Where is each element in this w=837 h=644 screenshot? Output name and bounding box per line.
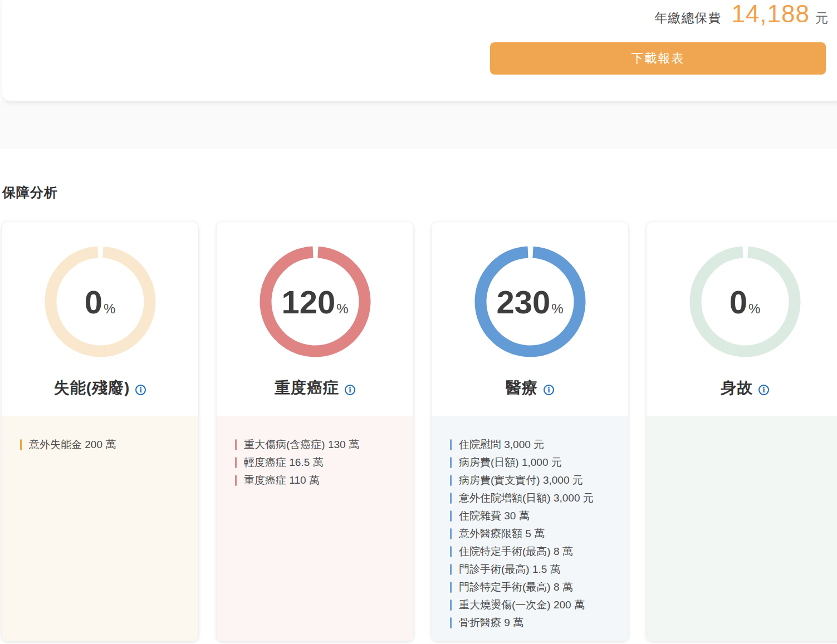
benefit-text: 意外醫療限額 5 萬 bbox=[459, 527, 545, 541]
benefit-item: 意外醫療限額 5 萬 bbox=[450, 525, 619, 543]
benefit-text: 重大傷病(含癌症) 130 萬 bbox=[244, 437, 359, 452]
card-label-row: 失能(殘廢) i bbox=[54, 377, 146, 399]
coverage-percentage-value: 230 bbox=[496, 283, 550, 321]
download-report-button[interactable]: 下載報表 bbox=[490, 42, 826, 75]
card-benefits: 住院慰問 3,000 元病房費(日額) 1,000 元病房費(實支實付) 3,0… bbox=[432, 416, 628, 641]
benefit-list: 意外失能金 200 萬 bbox=[20, 436, 189, 454]
benefit-item: 重度癌症 110 萬 bbox=[235, 471, 404, 489]
coverage-donut: 0 % bbox=[689, 246, 801, 357]
benefit-text: 重度癌症 110 萬 bbox=[244, 473, 320, 488]
card-gauge-area: 0 % 失能(殘廢) i bbox=[2, 222, 198, 416]
percent-sign: % bbox=[748, 301, 760, 317]
benefit-item: 重大燒燙傷(一次金) 200 萬 bbox=[450, 596, 619, 614]
benefit-item: 住院特定手術(最高) 8 萬 bbox=[450, 543, 619, 561]
benefit-accent-bar bbox=[235, 439, 237, 450]
benefit-accent-bar bbox=[450, 599, 452, 611]
benefit-accent-bar bbox=[450, 617, 452, 628]
coverage-analysis-section: 保障分析 0 % 失能(殘廢) i 意外失能金 200 萬 bbox=[0, 149, 837, 641]
benefit-text: 輕度癌症 16.5 萬 bbox=[244, 455, 324, 470]
benefit-item: 意外失能金 200 萬 bbox=[20, 436, 189, 454]
benefit-text: 住院特定手術(最高) 8 萬 bbox=[459, 544, 573, 559]
info-icon[interactable]: i bbox=[135, 385, 146, 395]
benefit-text: 意外失能金 200 萬 bbox=[29, 437, 116, 452]
premium-summary: 年繳總保費 14,188 元 bbox=[654, 0, 828, 28]
benefit-accent-bar bbox=[450, 510, 452, 522]
benefit-accent-bar bbox=[450, 439, 452, 450]
coverage-card-death: 0 % 身故 i bbox=[647, 222, 837, 641]
benefit-item: 病房費(日額) 1,000 元 bbox=[450, 454, 619, 471]
coverage-percentage-value: 120 bbox=[281, 283, 335, 321]
benefit-list: 重大傷病(含癌症) 130 萬輕度癌症 16.5 萬重度癌症 110 萬 bbox=[235, 436, 404, 489]
card-benefits: 重大傷病(含癌症) 130 萬輕度癌症 16.5 萬重度癌症 110 萬 bbox=[217, 416, 413, 641]
coverage-card-severe-cancer: 120 % 重度癌症 i 重大傷病(含癌症) 130 萬輕度癌症 16.5 萬重… bbox=[217, 222, 413, 641]
card-label-row: 醫療 i bbox=[506, 377, 554, 399]
benefit-item: 輕度癌症 16.5 萬 bbox=[235, 454, 404, 471]
coverage-percentage-value: 0 bbox=[730, 283, 747, 321]
benefit-text: 住院慰問 3,000 元 bbox=[459, 437, 544, 452]
benefit-accent-bar bbox=[450, 457, 452, 468]
benefit-accent-bar bbox=[450, 564, 452, 575]
benefit-text: 病房費(實支實付) 3,000 元 bbox=[459, 473, 583, 488]
benefit-text: 門診手術(最高) 1.5 萬 bbox=[459, 562, 561, 577]
donut-center: 230 % bbox=[474, 246, 586, 357]
card-benefits: 意外失能金 200 萬 bbox=[2, 416, 198, 641]
section-title: 保障分析 bbox=[2, 184, 837, 201]
benefit-text: 骨折醫療 9 萬 bbox=[459, 616, 523, 630]
benefit-accent-bar bbox=[450, 582, 452, 593]
benefit-text: 門診特定手術(最高) 8 萬 bbox=[459, 580, 573, 594]
coverage-donut: 120 % bbox=[260, 246, 371, 357]
card-gauge-area: 0 % 身故 i bbox=[647, 222, 837, 416]
donut-center: 0 % bbox=[45, 246, 156, 357]
coverage-donut: 0 % bbox=[45, 246, 156, 357]
benefit-text: 住院雜費 30 萬 bbox=[459, 509, 530, 523]
card-label-row: 重度癌症 i bbox=[275, 377, 355, 399]
info-icon[interactable]: i bbox=[758, 385, 769, 395]
benefit-item: 骨折醫療 9 萬 bbox=[450, 614, 619, 632]
benefit-item: 重大傷病(含癌症) 130 萬 bbox=[235, 436, 404, 454]
coverage-card-title: 重度癌症 bbox=[275, 377, 339, 399]
card-label-row: 身故 i bbox=[721, 377, 769, 399]
percent-sign: % bbox=[551, 301, 563, 317]
benefit-text: 重大燒燙傷(一次金) 200 萬 bbox=[459, 598, 585, 612]
percent-sign: % bbox=[336, 301, 348, 317]
info-icon[interactable]: i bbox=[345, 385, 355, 395]
coverage-card-disability: 0 % 失能(殘廢) i 意外失能金 200 萬 bbox=[2, 222, 198, 641]
benefit-accent-bar bbox=[450, 528, 452, 539]
benefit-accent-bar bbox=[20, 439, 22, 450]
benefit-accent-bar bbox=[235, 457, 237, 468]
benefit-accent-bar bbox=[450, 475, 452, 486]
benefit-list: 住院慰問 3,000 元病房費(日額) 1,000 元病房費(實支實付) 3,0… bbox=[450, 436, 619, 632]
background-band bbox=[0, 101, 837, 149]
benefit-item: 門診特定手術(最高) 8 萬 bbox=[450, 578, 619, 596]
percent-sign: % bbox=[104, 301, 115, 317]
coverage-donut: 230 % bbox=[474, 246, 586, 357]
benefit-accent-bar bbox=[450, 546, 452, 557]
card-gauge-area: 120 % 重度癌症 i bbox=[217, 222, 413, 416]
info-icon[interactable]: i bbox=[544, 385, 554, 395]
summary-panel: 年繳總保費 14,188 元 下載報表 bbox=[2, 0, 837, 101]
premium-label: 年繳總保費 bbox=[654, 9, 721, 27]
premium-value: 14,188 bbox=[731, 0, 810, 28]
coverage-card-title: 醫療 bbox=[506, 377, 538, 399]
benefit-text: 病房費(日額) 1,000 元 bbox=[459, 455, 562, 470]
premium-unit: 元 bbox=[815, 9, 828, 27]
benefit-text: 意外住院增額(日額) 3,000 元 bbox=[459, 491, 594, 505]
card-gauge-area: 230 % 醫療 i bbox=[432, 222, 628, 416]
coverage-card-title: 失能(殘廢) bbox=[54, 377, 130, 399]
donut-center: 120 % bbox=[260, 246, 371, 357]
benefit-item: 門診手術(最高) 1.5 萬 bbox=[450, 561, 619, 578]
donut-center: 0 % bbox=[689, 246, 801, 357]
benefit-accent-bar bbox=[450, 493, 452, 504]
card-benefits bbox=[647, 416, 837, 641]
coverage-card-title: 身故 bbox=[721, 377, 753, 399]
benefit-accent-bar bbox=[235, 475, 237, 486]
benefit-item: 意外住院增額(日額) 3,000 元 bbox=[450, 489, 619, 507]
coverage-percentage-value: 0 bbox=[85, 283, 102, 321]
coverage-card-medical: 230 % 醫療 i 住院慰問 3,000 元病房費(日額) 1,000 元病房… bbox=[432, 222, 628, 641]
coverage-cards-row: 0 % 失能(殘廢) i 意外失能金 200 萬 120 bbox=[0, 222, 837, 641]
benefit-item: 病房費(實支實付) 3,000 元 bbox=[450, 471, 619, 489]
benefit-item: 住院雜費 30 萬 bbox=[450, 507, 619, 525]
benefit-item: 住院慰問 3,000 元 bbox=[450, 436, 619, 454]
